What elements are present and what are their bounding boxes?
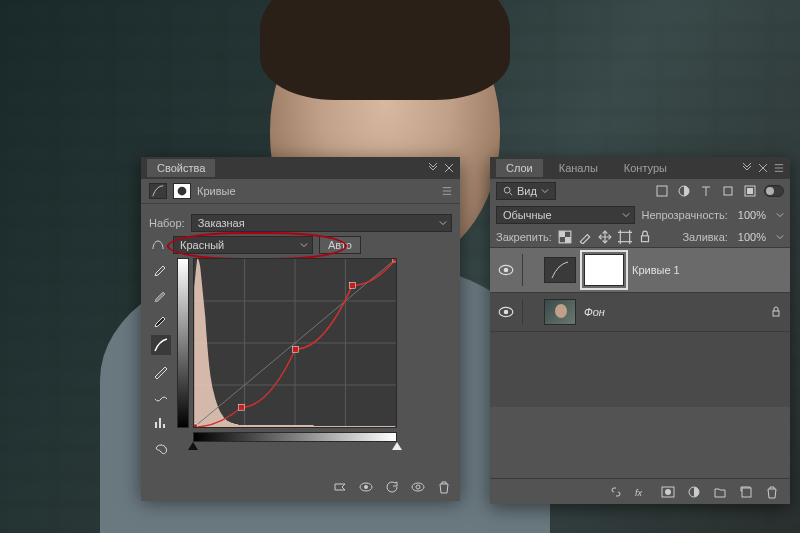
- curves-adjustment-icon: [149, 183, 167, 199]
- curve-graph-wrap: [177, 258, 452, 458]
- toggle-visibility-icon[interactable]: [410, 479, 426, 495]
- panel-menu-icon[interactable]: [774, 163, 784, 173]
- fx-icon[interactable]: fx: [634, 484, 650, 500]
- layer-name[interactable]: Фон: [584, 306, 605, 318]
- chevron-down-icon[interactable]: [776, 211, 784, 219]
- properties-panel: Свойства Кривые Набор: Заказная Красный …: [141, 157, 460, 498]
- new-group-icon[interactable]: [712, 484, 728, 500]
- layer-row-curves[interactable]: Кривые 1: [490, 248, 790, 293]
- white-point-handle[interactable]: [392, 442, 402, 450]
- finger-scrub-icon[interactable]: [149, 237, 167, 253]
- input-gradient: [193, 432, 397, 442]
- tab-layers[interactable]: Слои: [496, 159, 543, 177]
- adjustment-type-label: Кривые: [197, 185, 236, 197]
- svg-rect-12: [239, 404, 245, 410]
- white-eyedropper-icon[interactable]: [151, 258, 171, 278]
- filter-shape-icon[interactable]: [720, 184, 736, 198]
- visibility-toggle-icon[interactable]: [498, 262, 514, 278]
- smooth-curve-icon[interactable]: [151, 387, 171, 407]
- svg-point-32: [504, 268, 509, 273]
- curves-thumb-icon[interactable]: [544, 257, 576, 283]
- svg-rect-14: [349, 282, 355, 288]
- tab-channels[interactable]: Каналы: [549, 159, 608, 177]
- preset-value: Заказная: [198, 217, 245, 229]
- histogram-options-icon[interactable]: [151, 413, 171, 433]
- reset-icon[interactable]: [384, 479, 400, 495]
- svg-point-34: [504, 310, 509, 315]
- layers-header[interactable]: Слои Каналы Контуры: [490, 157, 790, 179]
- svg-rect-28: [565, 237, 571, 243]
- close-icon[interactable]: [758, 163, 768, 173]
- lock-label: Закрепить:: [496, 231, 552, 243]
- filter-type-icon[interactable]: [698, 184, 714, 198]
- channel-value: Красный: [180, 239, 224, 251]
- svg-rect-29: [620, 232, 629, 241]
- lock-pixels-icon[interactable]: [578, 230, 592, 244]
- layer-mask-thumb[interactable]: [584, 254, 624, 286]
- properties-footer: [332, 479, 452, 495]
- delete-layer-icon[interactable]: [764, 484, 780, 500]
- filter-label: Вид: [517, 185, 537, 197]
- search-icon: [503, 186, 513, 196]
- filter-adjustment-icon[interactable]: [676, 184, 692, 198]
- properties-subheader: Кривые: [141, 179, 460, 204]
- collapse-icon[interactable]: [742, 163, 752, 173]
- opacity-value[interactable]: 100%: [734, 209, 770, 221]
- blend-mode-dropdown[interactable]: Обычные: [496, 206, 635, 224]
- input-range-slider[interactable]: [193, 444, 397, 450]
- filter-pixel-icon[interactable]: [654, 184, 670, 198]
- point-curve-tool-icon[interactable]: [151, 335, 171, 355]
- close-icon[interactable]: [444, 163, 454, 173]
- new-adjustment-icon[interactable]: [686, 484, 702, 500]
- lock-icon[interactable]: [770, 306, 782, 318]
- add-mask-icon[interactable]: [660, 484, 676, 500]
- filter-smart-icon[interactable]: [742, 184, 758, 198]
- svg-point-17: [364, 485, 368, 489]
- chevron-down-icon: [622, 209, 630, 221]
- svg-point-19: [416, 485, 420, 489]
- lock-artboard-icon[interactable]: [618, 230, 632, 244]
- svg-point-18: [412, 483, 424, 491]
- layer-name[interactable]: Кривые 1: [632, 264, 680, 276]
- preset-dropdown[interactable]: Заказная: [191, 214, 452, 232]
- properties-body: Набор: Заказная Красный Авто: [141, 204, 460, 501]
- fill-value[interactable]: 100%: [734, 231, 770, 243]
- background-thumb[interactable]: [544, 299, 576, 325]
- link-layers-icon[interactable]: [608, 484, 624, 500]
- blend-mode-value: Обычные: [503, 209, 552, 221]
- clip-warning-icon[interactable]: [151, 438, 171, 458]
- black-point-handle[interactable]: [188, 442, 198, 450]
- lock-transparency-icon[interactable]: [558, 230, 572, 244]
- visibility-toggle-icon[interactable]: [498, 304, 514, 320]
- chevron-down-icon[interactable]: [776, 233, 784, 241]
- lock-position-icon[interactable]: [598, 230, 612, 244]
- delete-adjustment-icon[interactable]: [436, 479, 452, 495]
- properties-header[interactable]: Свойства: [141, 157, 460, 179]
- auto-button[interactable]: Авто: [319, 236, 361, 254]
- filter-toggle[interactable]: [764, 185, 784, 197]
- svg-rect-40: [742, 488, 751, 497]
- new-layer-icon[interactable]: [738, 484, 754, 500]
- layer-filter-dropdown[interactable]: Вид: [496, 182, 556, 200]
- channel-dropdown[interactable]: Красный: [173, 236, 313, 254]
- svg-rect-21: [657, 186, 667, 196]
- tab-paths[interactable]: Контуры: [614, 159, 677, 177]
- curve-graph[interactable]: [193, 258, 397, 428]
- collapse-icon[interactable]: [428, 163, 438, 173]
- pencil-curve-tool-icon[interactable]: [151, 361, 171, 381]
- black-eyedropper-icon[interactable]: [151, 310, 171, 330]
- gray-eyedropper-icon[interactable]: [151, 284, 171, 304]
- svg-rect-30: [641, 236, 648, 242]
- layers-panel: Слои Каналы Контуры Вид Обычные Непрозра…: [490, 157, 790, 504]
- svg-rect-27: [559, 231, 565, 237]
- chevron-down-icon: [541, 187, 549, 195]
- view-previous-icon[interactable]: [358, 479, 374, 495]
- fill-label: Заливка:: [682, 231, 727, 243]
- svg-text:fx: fx: [635, 488, 643, 498]
- properties-tab[interactable]: Свойства: [147, 159, 215, 177]
- layer-list: Кривые 1 Фон: [490, 247, 790, 407]
- lock-all-icon[interactable]: [638, 230, 652, 244]
- panel-menu-icon[interactable]: [442, 186, 452, 196]
- layer-row-background[interactable]: Фон: [490, 293, 790, 332]
- clip-to-layer-icon[interactable]: [332, 479, 348, 495]
